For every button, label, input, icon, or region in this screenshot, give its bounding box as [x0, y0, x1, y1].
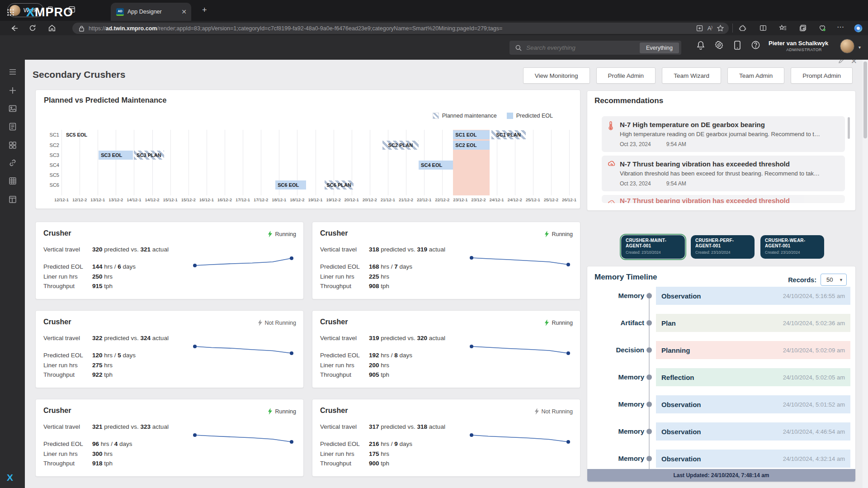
- crusher-card: CrusherNot RunningVertical travel317 pre…: [312, 399, 580, 477]
- current-period-band: [453, 130, 489, 195]
- metric-row: Throughput905 tph: [320, 371, 389, 378]
- timeline-entry[interactable]: Observation24/10/2024, 4:32:14 am: [656, 450, 850, 468]
- action-prompt-admin-button[interactable]: Prompt Admin: [791, 67, 853, 84]
- agent-chip-crusher-perf-agent-001[interactable]: CRUSHER-PERF-AGENT-001Created: 23/10/202…: [691, 235, 755, 259]
- search-input[interactable]: [526, 44, 636, 51]
- favorites-icon[interactable]: [779, 24, 787, 32]
- gantt-gridline: [134, 130, 134, 195]
- home-icon[interactable]: [48, 24, 56, 32]
- timeline-category: Memory: [587, 292, 644, 299]
- favorite-star-icon[interactable]: [717, 24, 724, 32]
- browser-essentials-icon[interactable]: [818, 24, 826, 32]
- trend-sparkline: [191, 253, 295, 270]
- more-menu-icon[interactable]: ⋯: [837, 23, 844, 31]
- timeline-entry-title: Observation: [661, 428, 701, 436]
- recommendations-list: N-7 High temperature on DE gearbox beari…: [602, 116, 845, 206]
- back-icon[interactable]: [10, 24, 19, 33]
- chevron-down-icon: ▼: [839, 278, 843, 282]
- trend-sparkline: [191, 430, 295, 447]
- recommendation-item-partial[interactable]: N-7 Thrust bearing vibration has exceede…: [602, 195, 845, 203]
- timeline-entry[interactable]: Reflection24/10/2024, 5:02:05 am: [656, 368, 850, 386]
- pages-icon[interactable]: [8, 104, 18, 114]
- records-select[interactable]: 50▼: [821, 274, 847, 286]
- running-bolt-icon: [544, 319, 549, 326]
- board-icon[interactable]: [8, 194, 18, 204]
- refresh-icon[interactable]: [28, 24, 37, 32]
- timeline-entry[interactable]: Observation24/10/2024, 4:46:54 am: [656, 422, 850, 441]
- gantt-axis-label: 16/12-2: [215, 197, 235, 202]
- last-updated-bar: Last Updated: 24/10/2024, 7:48:14 am: [587, 469, 855, 482]
- app-launcher-icon[interactable]: [6, 8, 15, 17]
- action-team-wizard-button[interactable]: Team Wizard: [662, 67, 721, 84]
- metric-row: Vertical travel320 predicted vs. 321 act…: [43, 246, 169, 253]
- metric-row: Vertical travel317 predicted vs. 318 act…: [320, 423, 445, 430]
- gantt-axis-label: 24/12-1: [487, 197, 507, 202]
- agent-chip-crusher-maint-agent-001[interactable]: CRUSHER-MAINT-AGENT-001Created: 23/10/20…: [621, 235, 685, 259]
- maintenance-chart-card: Planned vs Predicted Maintenance Planned…: [35, 90, 580, 209]
- metric-row: Throughput900 tph: [320, 460, 389, 467]
- mobile-icon[interactable]: [733, 40, 741, 50]
- chart-legend: Planned maintenance Predicted EOL: [433, 113, 553, 119]
- edit-pencil-icon[interactable]: [838, 60, 844, 64]
- blocks-icon[interactable]: [8, 140, 18, 150]
- timeline-entry-time: 24/10/2024, 4:32:14 am: [783, 455, 845, 462]
- status-badge: Running: [544, 231, 573, 237]
- gantt-gridline: [207, 130, 207, 195]
- recommendation-item[interactable]: N-7 High temperature on DE gearbox beari…: [602, 116, 845, 152]
- gantt-gridline: [225, 130, 225, 195]
- data-grid-icon[interactable]: [8, 176, 18, 186]
- gantt-gridline: [261, 130, 261, 195]
- action-team-admin-button[interactable]: Team Admin: [727, 67, 784, 84]
- action-profile-admin-button[interactable]: Profile Admin: [596, 67, 656, 84]
- timeline-entry[interactable]: Observation24/10/2024, 5:16:55 am: [656, 287, 850, 305]
- help-icon[interactable]: [751, 40, 760, 50]
- address-tools-icon[interactable]: [696, 24, 703, 32]
- running-bolt-icon: [268, 231, 273, 237]
- gantt-axis-label: 13/12-1: [88, 197, 108, 202]
- user-caret-icon[interactable]: ▾: [859, 45, 861, 50]
- read-aloud-icon[interactable]: A): [708, 25, 712, 32]
- search-scope-button[interactable]: Everything: [640, 43, 679, 53]
- user-menu[interactable]: Pieter van Schalkwyk ADMINISTRATOR: [769, 40, 822, 52]
- forms-icon[interactable]: [8, 122, 18, 132]
- copilot-icon[interactable]: [854, 24, 863, 33]
- global-search[interactable]: Everything: [509, 41, 681, 55]
- collections-icon[interactable]: [799, 24, 807, 32]
- extensions-icon[interactable]: [739, 24, 747, 32]
- recommendation-item[interactable]: N-7 Thrust bearing vibration has exceede…: [602, 156, 845, 191]
- timeline-entry-time: 24/10/2024, 5:01:52 am: [783, 401, 845, 408]
- menu-icon[interactable]: [8, 67, 18, 77]
- tab-close-icon[interactable]: ✕: [181, 8, 187, 15]
- settings-gear-icon[interactable]: [714, 40, 724, 50]
- gantt-gridline: [98, 130, 98, 195]
- split-screen-icon[interactable]: [759, 24, 767, 32]
- tab-app-designer[interactable]: AD App Designer ✕: [111, 3, 191, 21]
- user-avatar[interactable]: [840, 39, 854, 53]
- action-view-monitoring-button[interactable]: View Monitoring: [523, 67, 590, 84]
- memory-timeline-title: Memory Timeline: [594, 273, 657, 282]
- timeline-dot: [646, 456, 652, 461]
- crusher-card-title: Crusher: [320, 229, 348, 237]
- gantt-axis-label: 24/12-2: [505, 197, 525, 202]
- page-scrollbar-thumb[interactable]: [863, 62, 867, 138]
- recommendations-scrollbar[interactable]: [848, 117, 850, 139]
- timeline-entry-time: 24/10/2024, 5:02:05 am: [783, 374, 845, 381]
- gantt-bar-sc2-plan: SC2 PLAN: [382, 141, 419, 150]
- gantt-bar-label: SC2 EOL: [455, 142, 476, 148]
- timeline-entry-title: Reflection: [661, 374, 694, 381]
- timeline-entry[interactable]: Observation24/10/2024, 5:01:52 am: [656, 395, 850, 413]
- close-icon[interactable]: ✕: [851, 60, 857, 66]
- gantt-gridline: [370, 130, 370, 195]
- page-scrollbar[interactable]: [863, 60, 868, 488]
- add-icon[interactable]: [8, 85, 18, 95]
- timeline-category: Decision: [587, 346, 644, 354]
- notifications-bell-icon[interactable]: [696, 40, 705, 50]
- new-tab-icon[interactable]: +: [202, 6, 207, 14]
- agent-chip-crusher-wear-agent-001[interactable]: CRUSHER-WEAR-AGENT-001Created: 23/10/202…: [760, 235, 824, 259]
- timeline-category: Memory: [587, 400, 644, 408]
- address-bar[interactable]: https://ad.twin.xmpro.com/render;appId=8…: [72, 23, 729, 34]
- timeline-entry[interactable]: Plan24/10/2024, 5:02:36 am: [656, 314, 850, 332]
- link-icon[interactable]: [8, 158, 18, 168]
- timeline-entry[interactable]: Planning24/10/2024, 5:02:09 am: [656, 341, 850, 359]
- status-badge: Running: [544, 319, 573, 326]
